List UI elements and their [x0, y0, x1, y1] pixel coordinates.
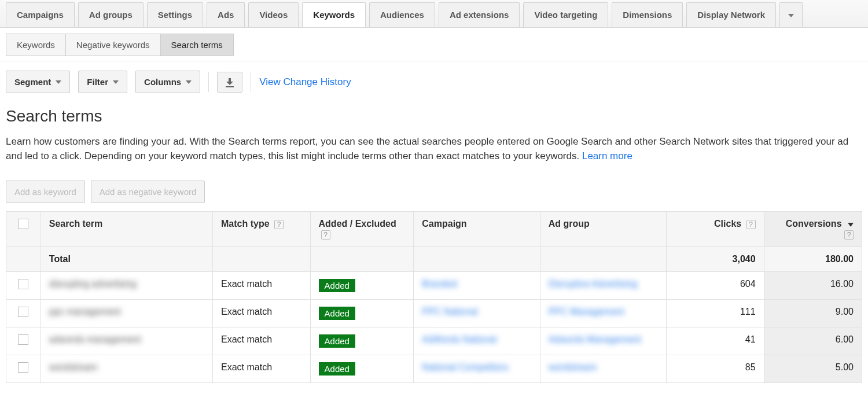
tab-adextensions[interactable]: Ad extensions [439, 2, 520, 27]
status-badge: Added [319, 279, 355, 292]
help-icon[interactable]: ? [321, 230, 330, 240]
help-icon[interactable]: ? [274, 220, 284, 229]
chevron-down-icon [788, 14, 794, 17]
status-badge: Added [319, 362, 355, 375]
adgroup-link-blurred[interactable]: PPC Management [549, 307, 624, 316]
search-term-blurred: wordstream [49, 362, 98, 372]
col-search-term[interactable]: Search term [41, 212, 212, 247]
page-title: Search terms [6, 107, 862, 126]
conversions: 16.00 [764, 272, 862, 300]
col-clicks[interactable]: Clicks ? [667, 212, 764, 247]
table-row: ppc management Exact match Added PPC Nat… [6, 300, 862, 327]
col-campaign[interactable]: Campaign [414, 212, 540, 247]
col-match-type[interactable]: Match type ? [213, 212, 311, 247]
help-icon[interactable]: ? [844, 230, 854, 240]
chevron-down-icon [113, 80, 119, 84]
row-checkbox[interactable] [18, 334, 28, 345]
add-as-keyword-button[interactable]: Add as keyword [6, 181, 85, 203]
row-checkbox[interactable] [18, 279, 28, 289]
sub-tabs: Keywords Negative keywords Search terms [0, 28, 868, 61]
chevron-down-icon [56, 80, 61, 84]
adgroup-link-blurred[interactable]: Disruptive Advertising [549, 279, 638, 289]
search-term-blurred: ppc management [49, 307, 121, 316]
conversions: 9.00 [764, 300, 862, 327]
campaign-link-blurred[interactable]: Branded [422, 279, 457, 289]
table-row: adwords management Exact match Added AdW… [6, 327, 862, 355]
col-conversions[interactable]: Conversions ? [764, 212, 862, 247]
page-description: Learn how customers are finding your ad.… [6, 135, 862, 163]
help-icon[interactable]: ? [746, 220, 756, 229]
conversions: 6.00 [764, 327, 862, 355]
tab-videotargeting[interactable]: Video targeting [523, 2, 608, 27]
adgroup-link-blurred[interactable]: wordstream [549, 362, 597, 372]
match-type: Exact match [213, 300, 311, 327]
match-type: Exact match [213, 272, 311, 300]
total-clicks: 3,040 [667, 247, 764, 272]
desc-text: Learn how customers are finding your ad.… [6, 136, 848, 161]
status-badge: Added [319, 307, 355, 320]
filter-dropdown[interactable]: Filter [78, 71, 127, 93]
segment-dropdown[interactable]: Segment [6, 71, 70, 93]
table-row: wordstream Exact match Added National Co… [6, 355, 862, 383]
total-conversions: 180.00 [764, 247, 862, 272]
row-checkbox[interactable] [18, 307, 28, 317]
clicks: 41 [667, 327, 764, 355]
clicks-label: Clicks [714, 219, 741, 229]
subtab-negative[interactable]: Negative keywords [66, 34, 161, 56]
added-excluded-label: Added / Excluded [319, 219, 396, 229]
adgroup-link-blurred[interactable]: Adwords Management [549, 334, 641, 344]
campaign-link-blurred[interactable]: AdWords National [422, 334, 496, 344]
tab-more-dropdown[interactable] [779, 2, 803, 27]
col-ad-group[interactable]: Ad group [540, 212, 666, 247]
tab-campaigns[interactable]: Campaigns [6, 2, 75, 27]
learn-more-link[interactable]: Learn more [582, 150, 632, 161]
columns-dropdown[interactable]: Columns [135, 71, 200, 93]
clicks: 85 [667, 355, 764, 383]
search-term-blurred: disrupting advertising [49, 279, 137, 289]
toolbar: Segment Filter Columns View Change Histo… [0, 67, 868, 101]
total-row: Total 3,040 180.00 [6, 247, 862, 272]
clicks: 604 [667, 272, 764, 300]
download-icon [226, 78, 234, 86]
conversions-label: Conversions [786, 219, 842, 229]
search-terms-table: Search term Match type ? Added / Exclude… [6, 211, 862, 383]
tab-audiences[interactable]: Audiences [369, 2, 435, 27]
match-type: Exact match [213, 355, 311, 383]
clicks: 111 [667, 300, 764, 327]
conversions: 5.00 [764, 355, 862, 383]
tab-videos[interactable]: Videos [248, 2, 299, 27]
tab-keywords[interactable]: Keywords [302, 2, 366, 27]
match-type-label: Match type [221, 219, 270, 229]
download-button[interactable] [217, 72, 242, 93]
columns-label: Columns [144, 77, 181, 87]
add-as-negative-keyword-button[interactable]: Add as negative keyword [91, 181, 205, 203]
col-added-excluded[interactable]: Added / Excluded ? [310, 212, 414, 247]
tab-dimensions[interactable]: Dimensions [612, 2, 683, 27]
subtab-searchterms[interactable]: Search terms [161, 34, 234, 56]
row-checkbox[interactable] [18, 362, 28, 373]
search-term-blurred: adwords management [49, 334, 141, 344]
sort-desc-icon [848, 223, 854, 227]
divider [251, 72, 251, 92]
table-actions: Add as keyword Add as negative keyword [6, 181, 862, 203]
content-area: Search terms Learn how customers are fin… [0, 101, 868, 383]
total-label: Total [41, 247, 212, 272]
main-tabs: Campaigns Ad groups Settings Ads Videos … [0, 0, 868, 28]
col-select-all [6, 212, 41, 247]
status-badge: Added [319, 334, 355, 348]
tab-displaynetwork[interactable]: Display Network [686, 2, 776, 27]
subtab-keywords[interactable]: Keywords [6, 34, 66, 56]
filter-label: Filter [87, 77, 108, 87]
campaign-link-blurred[interactable]: National Competitors [422, 362, 508, 372]
select-all-checkbox[interactable] [18, 219, 28, 229]
tab-ads[interactable]: Ads [207, 2, 245, 27]
view-change-history-link[interactable]: View Change History [259, 76, 351, 88]
campaign-link-blurred[interactable]: PPC National [422, 307, 477, 316]
chevron-down-icon [186, 80, 192, 84]
match-type: Exact match [213, 327, 311, 355]
tab-adgroups[interactable]: Ad groups [78, 2, 144, 27]
divider [208, 72, 209, 92]
segment-label: Segment [14, 77, 51, 87]
tab-settings[interactable]: Settings [147, 2, 203, 27]
table-row: disrupting advertising Exact match Added… [6, 272, 862, 300]
